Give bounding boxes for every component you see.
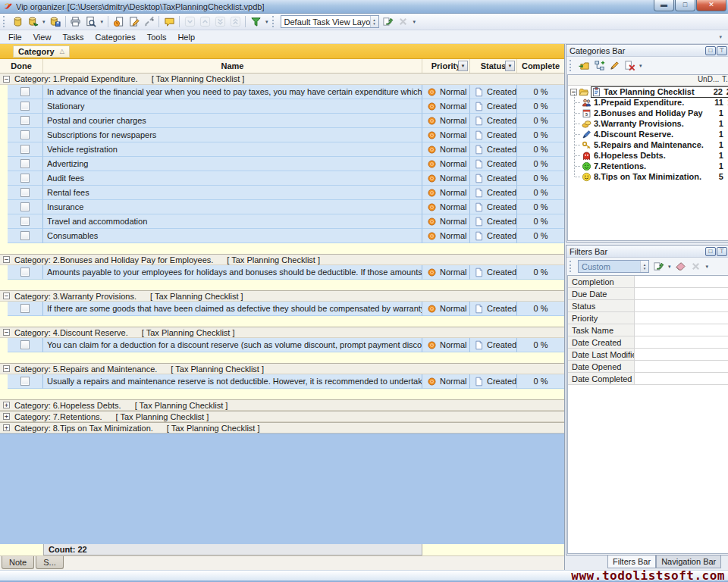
column-total[interactable]: T... bbox=[722, 75, 728, 85]
group-header-row[interactable]: +Category: 7.Retentions.[ Tax Planning C… bbox=[0, 411, 564, 422]
task-row[interactable]: ConsumablesNormalCreated0 % bbox=[0, 229, 564, 243]
dropdown-caret-icon[interactable]: ▾ bbox=[411, 15, 419, 29]
tree-root-body[interactable]: Tax Planning Checklist2222 bbox=[591, 86, 728, 98]
column-header-complete[interactable]: Complete bbox=[517, 59, 564, 73]
group-header-row[interactable]: −Category: 3.Warranty Provisions.[ Tax P… bbox=[0, 290, 564, 302]
dropdown-caret-icon[interactable]: ▾ bbox=[263, 15, 271, 29]
menu-tools[interactable]: Tools bbox=[142, 31, 173, 43]
new-database-button[interactable] bbox=[10, 14, 25, 29]
delete-x-button[interactable] bbox=[396, 14, 411, 29]
column-header-status[interactable]: Status▼ bbox=[470, 59, 517, 73]
comment-button[interactable] bbox=[162, 14, 177, 29]
group-header-row[interactable]: +Category: 6.Hopeless Debts.[ Tax Planni… bbox=[0, 399, 564, 411]
task-row[interactable]: Usually a repairs and maintenance reserv… bbox=[0, 374, 564, 389]
menu-help[interactable]: Help bbox=[172, 31, 201, 43]
task-row[interactable]: Travel and accommodationNormalCreated0 % bbox=[0, 214, 564, 229]
task-checkbox[interactable] bbox=[20, 174, 30, 183]
new-task-button[interactable] bbox=[111, 14, 126, 29]
cat-sub-button[interactable] bbox=[592, 58, 607, 73]
move-down-button[interactable] bbox=[182, 14, 197, 29]
task-checkbox[interactable] bbox=[20, 159, 30, 168]
column-undone[interactable]: UnD... bbox=[698, 75, 722, 85]
filter-value[interactable] bbox=[635, 312, 728, 324]
panel-maximize-icon[interactable]: □ bbox=[705, 46, 716, 55]
task-checkbox[interactable] bbox=[20, 377, 30, 386]
print-preview-button[interactable] bbox=[83, 14, 99, 29]
dropdown-caret-icon[interactable]: ▾ bbox=[666, 260, 673, 274]
category-tree-item[interactable]: 52.Bonuses and Holiday Pay11 bbox=[568, 108, 728, 118]
filter-value[interactable] bbox=[635, 288, 728, 299]
task-row[interactable]: Audit feesNormalCreated0 % bbox=[0, 171, 564, 186]
expand-icon[interactable]: + bbox=[3, 402, 10, 408]
dropdown-caret-icon[interactable]: ▾ bbox=[99, 15, 106, 29]
group-header-row[interactable]: −Category: 4.Discount Reserve.[ Tax Plan… bbox=[0, 327, 564, 338]
menu-tasks[interactable]: Tasks bbox=[57, 31, 89, 43]
close-button[interactable]: ✕ bbox=[696, 0, 726, 11]
filter-value[interactable] bbox=[635, 300, 728, 311]
edit-task-button[interactable] bbox=[126, 14, 141, 29]
task-checkbox[interactable] bbox=[20, 188, 30, 197]
print-button[interactable] bbox=[68, 14, 83, 29]
delete-x-button[interactable] bbox=[689, 259, 704, 274]
category-tree-item[interactable]: 8.Tips on Tax Minimization.55 bbox=[568, 171, 728, 182]
column-filter-dropdown[interactable]: ▼ bbox=[458, 61, 468, 71]
task-row[interactable]: Postal and courier chargesNormalCreated0… bbox=[0, 114, 564, 128]
save-database-button[interactable] bbox=[48, 14, 63, 29]
task-row[interactable]: Subscriptions for newspapersNormalCreate… bbox=[0, 128, 564, 142]
task-checkbox[interactable] bbox=[20, 102, 30, 111]
move-top-button[interactable] bbox=[228, 14, 243, 29]
collapse-icon[interactable]: − bbox=[3, 329, 10, 336]
task-row[interactable]: You can claim for a deduction for a disc… bbox=[0, 338, 564, 352]
cat-new-button[interactable] bbox=[576, 58, 592, 73]
panel-tab-s[interactable]: S... bbox=[36, 556, 64, 569]
panel-tab-navigationbar[interactable]: Navigation Bar bbox=[656, 555, 721, 568]
filter-value[interactable] bbox=[635, 324, 728, 336]
menu-view[interactable]: View bbox=[28, 31, 58, 43]
task-row[interactable]: In advance of the financial year when yo… bbox=[0, 85, 564, 99]
group-by-category-button[interactable]: Category △ bbox=[13, 45, 70, 58]
expand-icon[interactable]: + bbox=[3, 413, 10, 420]
task-checkbox[interactable] bbox=[20, 87, 30, 96]
dropdown-caret-icon[interactable]: ▾ bbox=[40, 15, 48, 29]
task-row[interactable]: AdvertizingNormalCreated0 % bbox=[0, 157, 564, 171]
filter-value[interactable] bbox=[635, 349, 728, 360]
task-checkbox[interactable] bbox=[20, 231, 30, 240]
column-header-priority[interactable]: Priority▼ bbox=[422, 59, 470, 73]
task-row[interactable]: If there are some goods that have been c… bbox=[0, 302, 564, 316]
task-row[interactable]: Amounts payable to your employees for ho… bbox=[0, 265, 564, 280]
move-bottom-button[interactable] bbox=[212, 14, 228, 29]
panel-pin-icon[interactable]: ⊤ bbox=[717, 46, 727, 55]
filter-value[interactable] bbox=[635, 361, 728, 372]
maximize-button[interactable]: □ bbox=[675, 0, 695, 11]
task-checkbox[interactable] bbox=[20, 145, 30, 154]
toolbar-overflow-chevron-icon[interactable]: ▾ bbox=[719, 34, 725, 40]
filter-value[interactable] bbox=[635, 373, 728, 384]
dropdown-caret-icon[interactable]: ▾ bbox=[704, 260, 711, 274]
filter-value[interactable] bbox=[635, 276, 728, 287]
filter-button[interactable] bbox=[248, 14, 263, 29]
apply-layout-button[interactable] bbox=[381, 14, 396, 29]
open-database-button[interactable] bbox=[25, 14, 40, 29]
task-checkbox[interactable] bbox=[20, 304, 30, 313]
task-checkbox[interactable] bbox=[20, 268, 30, 277]
collapse-icon[interactable]: − bbox=[3, 76, 10, 83]
group-header-row[interactable]: −Category: 2.Bonuses and Holiday Pay for… bbox=[0, 254, 564, 265]
filter-value[interactable] bbox=[635, 336, 728, 348]
task-checkbox[interactable] bbox=[20, 116, 30, 125]
collapse-icon[interactable]: − bbox=[3, 256, 10, 263]
panel-tab-note[interactable]: Note bbox=[2, 556, 34, 569]
panel-pin-icon[interactable]: ⊤ bbox=[717, 247, 727, 256]
category-tree-item[interactable]: 3.Warranty Provisions.11 bbox=[568, 118, 728, 129]
group-header-row[interactable]: −Category: 5.Repairs and Maintenance.[ T… bbox=[0, 363, 564, 374]
preset-combo[interactable]: Custom▴▾ bbox=[578, 260, 649, 273]
task-checkbox[interactable] bbox=[20, 130, 30, 139]
category-tree-item[interactable]: 4.Discount Reserve.11 bbox=[568, 129, 728, 139]
column-header-name[interactable]: Name bbox=[43, 59, 422, 73]
menu-categories[interactable]: Categories bbox=[90, 31, 142, 43]
collapse-icon[interactable]: − bbox=[3, 365, 10, 372]
category-tree-item[interactable]: 5.Repairs and Maintenance.11 bbox=[568, 139, 728, 150]
task-row[interactable]: Vehicle registrationNormalCreated0 % bbox=[0, 142, 564, 157]
task-checkbox[interactable] bbox=[20, 217, 30, 226]
column-filter-dropdown[interactable]: ▼ bbox=[505, 61, 515, 71]
task-checkbox[interactable] bbox=[20, 340, 30, 349]
